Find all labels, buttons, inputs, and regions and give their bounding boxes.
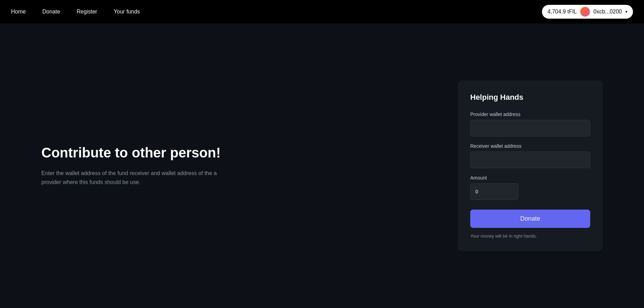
nav-your-funds[interactable]: Your funds — [114, 9, 140, 15]
nav-links: Home Donate Register Your funds — [11, 9, 140, 15]
wallet-address: 0xcb...0200 — [593, 9, 622, 15]
chevron-down-icon: ▾ — [625, 9, 627, 14]
wallet-avatar-icon — [580, 7, 590, 17]
page-title: Contribute to other person! — [41, 145, 234, 161]
nav-home[interactable]: Home — [11, 9, 26, 15]
wallet-balance: 4,704.9 tFIL — [547, 9, 577, 15]
receiver-form-group: Receiver wallet address — [470, 143, 590, 168]
amount-form-group: Amount — [470, 175, 590, 200]
amount-input[interactable] — [470, 183, 519, 200]
provider-form-group: Provider wallet address — [470, 112, 590, 136]
provider-label: Provider wallet address — [470, 112, 590, 117]
receiver-wallet-input[interactable] — [470, 152, 590, 168]
left-section: Contribute to other person! Enter the wa… — [41, 145, 234, 186]
card-title: Helping Hands — [470, 93, 590, 102]
navbar: Home Donate Register Your funds 4,704.9 … — [0, 0, 644, 23]
card-footer-text: Your money will be in right hands. — [470, 233, 590, 239]
receiver-label: Receiver wallet address — [470, 143, 590, 149]
provider-wallet-input[interactable] — [470, 120, 590, 136]
wallet-badge[interactable]: 4,704.9 tFIL 0xcb...0200 ▾ — [542, 5, 633, 19]
donate-button[interactable]: Donate — [470, 210, 590, 228]
page-description: Enter the wallet address of the fund rec… — [41, 169, 234, 186]
donate-card: Helping Hands Provider wallet address Re… — [458, 80, 603, 251]
nav-register[interactable]: Register — [77, 9, 97, 15]
amount-label: Amount — [470, 175, 590, 181]
main-content: Contribute to other person! Enter the wa… — [0, 23, 644, 308]
nav-donate[interactable]: Donate — [42, 9, 60, 15]
